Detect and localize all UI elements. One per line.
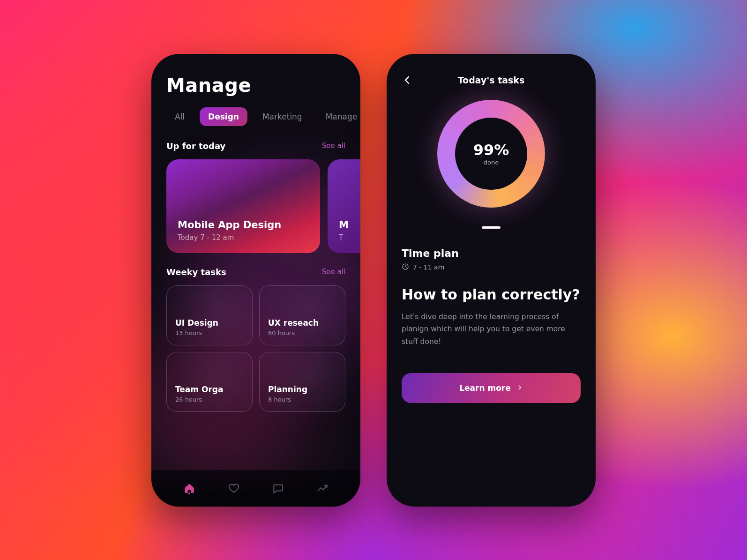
home-icon[interactable] xyxy=(183,482,196,495)
trend-icon[interactable] xyxy=(316,482,329,495)
bottom-nav xyxy=(151,470,360,507)
tab-marketing[interactable]: Marketing xyxy=(254,107,311,126)
page-title: Manage xyxy=(166,75,345,96)
task-hours: 8 hours xyxy=(268,396,336,403)
task-card[interactable]: Planning 8 hours xyxy=(259,352,345,412)
learn-more-label: Learn more xyxy=(459,383,511,393)
progress-label: done xyxy=(473,159,509,166)
phone-manage: Manage All Design Marketing Manage Up fo… xyxy=(151,54,360,507)
svg-point-0 xyxy=(188,492,190,494)
task-title: Team Orga xyxy=(175,385,244,394)
see-all-today[interactable]: See all xyxy=(322,142,345,150)
task-hours: 60 hours xyxy=(268,329,336,336)
tab-design[interactable]: Design xyxy=(200,107,247,126)
heart-icon[interactable] xyxy=(227,482,240,495)
category-tabs: All Design Marketing Manage xyxy=(166,107,345,126)
task-card[interactable]: UX reseach 60 hours xyxy=(259,285,345,345)
task-hours: 13 hours xyxy=(175,329,244,336)
task-title: Planning xyxy=(268,385,336,394)
learn-more-button[interactable]: Learn more xyxy=(402,373,581,403)
task-title: UX reseach xyxy=(268,318,336,328)
up-for-today-heading: Up for today xyxy=(166,141,225,151)
card-time: Today 7 - 12 am xyxy=(178,233,309,242)
progress-percent: 99% xyxy=(473,141,509,159)
drag-handle[interactable] xyxy=(482,226,500,229)
article-title: How to plan correctly? xyxy=(402,286,581,304)
card-title: Mobile App Design xyxy=(178,219,309,231)
weeky-heading: Weeky tasks xyxy=(166,267,226,277)
today-cards-row: Mobile App Design Today 7 - 12 am M T xyxy=(166,159,345,253)
task-card[interactable]: UI Design 13 hours xyxy=(166,285,253,345)
chat-icon[interactable] xyxy=(271,482,284,495)
todays-tasks-title: Today's tasks xyxy=(402,75,581,85)
phone-today: Today's tasks 99% done Time plan 7 xyxy=(387,54,596,507)
task-hours: 26 hours xyxy=(175,396,244,403)
card-title: M xyxy=(339,219,360,231)
weeky-grid: UI Design 13 hours UX reseach 60 hours T… xyxy=(166,285,345,412)
tab-all[interactable]: All xyxy=(166,107,193,126)
today-card[interactable]: M T xyxy=(328,159,360,253)
see-all-weeky[interactable]: See all xyxy=(322,268,345,276)
task-card[interactable]: Team Orga 26 hours xyxy=(166,352,253,412)
timeplan-range: 7 - 11 am xyxy=(413,263,444,271)
article-body: Let's dive deep into the learning proces… xyxy=(402,311,581,348)
progress-ring: 99% done xyxy=(437,100,545,208)
tab-manage[interactable]: Manage xyxy=(317,107,360,126)
card-time: T xyxy=(339,233,360,242)
today-card[interactable]: Mobile App Design Today 7 - 12 am xyxy=(166,159,320,253)
task-title: UI Design xyxy=(175,318,244,328)
clock-icon xyxy=(402,263,409,272)
timeplan-heading: Time plan xyxy=(402,247,581,259)
chevron-right-icon xyxy=(516,383,523,393)
